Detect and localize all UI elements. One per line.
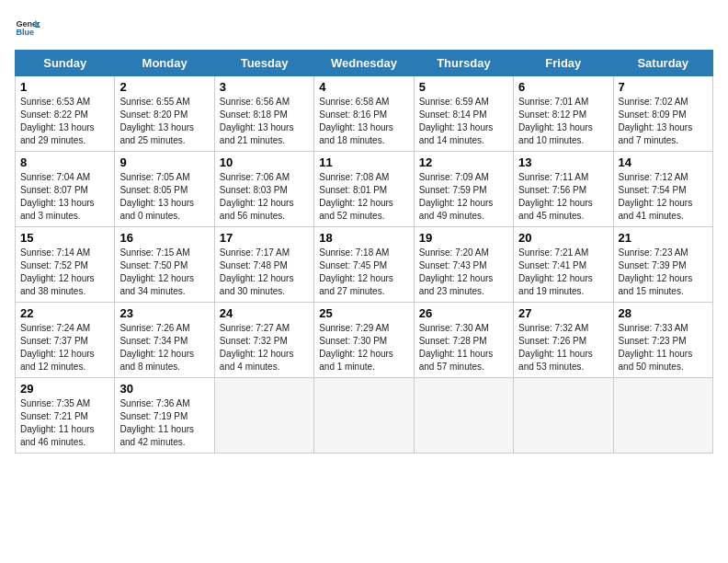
calendar-week-row: 15 Sunrise: 7:14 AMSunset: 7:52 PMDaylig… bbox=[16, 227, 713, 303]
calendar-cell: 18 Sunrise: 7:18 AMSunset: 7:45 PMDaylig… bbox=[314, 227, 414, 303]
calendar-cell: 15 Sunrise: 7:14 AMSunset: 7:52 PMDaylig… bbox=[16, 227, 115, 303]
weekday-header-row: SundayMondayTuesdayWednesdayThursdayFrid… bbox=[16, 51, 713, 76]
day-info: Sunrise: 6:56 AMSunset: 8:18 PMDaylight:… bbox=[220, 96, 309, 147]
day-info: Sunrise: 7:30 AMSunset: 7:28 PMDaylight:… bbox=[419, 322, 508, 373]
day-info: Sunrise: 7:29 AMSunset: 7:30 PMDaylight:… bbox=[319, 322, 408, 373]
calendar-cell: 8 Sunrise: 7:04 AMSunset: 8:07 PMDayligh… bbox=[16, 152, 115, 227]
weekday-header-saturday: Saturday bbox=[613, 51, 712, 76]
calendar-cell: 13 Sunrise: 7:11 AMSunset: 7:56 PMDaylig… bbox=[514, 152, 613, 227]
calendar-cell bbox=[514, 378, 613, 454]
calendar-cell: 26 Sunrise: 7:30 AMSunset: 7:28 PMDaylig… bbox=[414, 303, 513, 378]
day-info: Sunrise: 7:14 AMSunset: 7:52 PMDaylight:… bbox=[20, 247, 109, 298]
day-info: Sunrise: 7:17 AMSunset: 7:48 PMDaylight:… bbox=[220, 247, 309, 298]
day-info: Sunrise: 7:09 AMSunset: 7:59 PMDaylight:… bbox=[419, 171, 508, 223]
day-number: 30 bbox=[119, 382, 209, 396]
weekday-header-sunday: Sunday bbox=[16, 51, 115, 76]
calendar-cell bbox=[214, 378, 313, 454]
day-number: 14 bbox=[619, 155, 708, 169]
day-info: Sunrise: 7:18 AMSunset: 7:45 PMDaylight:… bbox=[319, 247, 408, 298]
day-number: 4 bbox=[319, 80, 408, 94]
day-info: Sunrise: 7:12 AMSunset: 7:54 PMDaylight:… bbox=[619, 171, 708, 223]
day-number: 15 bbox=[20, 231, 109, 245]
calendar-week-row: 8 Sunrise: 7:04 AMSunset: 8:07 PMDayligh… bbox=[16, 152, 713, 227]
day-info: Sunrise: 6:58 AMSunset: 8:16 PMDaylight:… bbox=[319, 96, 408, 147]
day-number: 13 bbox=[518, 155, 608, 169]
weekday-header-thursday: Thursday bbox=[414, 51, 513, 76]
day-info: Sunrise: 7:32 AMSunset: 7:26 PMDaylight:… bbox=[518, 322, 608, 373]
day-info: Sunrise: 7:04 AMSunset: 8:07 PMDaylight:… bbox=[20, 171, 109, 223]
day-number: 21 bbox=[619, 231, 708, 245]
weekday-header-tuesday: Tuesday bbox=[214, 51, 313, 76]
weekday-header-friday: Friday bbox=[514, 51, 613, 76]
day-info: Sunrise: 7:26 AMSunset: 7:34 PMDaylight:… bbox=[119, 322, 209, 373]
calendar-cell: 2 Sunrise: 6:55 AMSunset: 8:20 PMDayligh… bbox=[115, 76, 214, 152]
day-number: 5 bbox=[419, 80, 508, 94]
calendar-cell: 1 Sunrise: 6:53 AMSunset: 8:22 PMDayligh… bbox=[16, 76, 115, 152]
day-number: 7 bbox=[619, 80, 708, 94]
day-info: Sunrise: 7:01 AMSunset: 8:12 PMDaylight:… bbox=[518, 96, 608, 147]
calendar-cell: 10 Sunrise: 7:06 AMSunset: 8:03 PMDaylig… bbox=[214, 152, 313, 227]
day-info: Sunrise: 7:35 AMSunset: 7:21 PMDaylight:… bbox=[20, 397, 109, 449]
day-info: Sunrise: 7:27 AMSunset: 7:32 PMDaylight:… bbox=[220, 322, 309, 373]
day-number: 20 bbox=[518, 231, 608, 245]
day-number: 29 bbox=[20, 382, 109, 396]
weekday-header-wednesday: Wednesday bbox=[314, 51, 414, 76]
day-info: Sunrise: 6:55 AMSunset: 8:20 PMDaylight:… bbox=[119, 96, 209, 147]
day-info: Sunrise: 7:20 AMSunset: 7:43 PMDaylight:… bbox=[419, 247, 508, 298]
calendar-cell: 27 Sunrise: 7:32 AMSunset: 7:26 PMDaylig… bbox=[514, 303, 613, 378]
day-number: 16 bbox=[119, 231, 209, 245]
calendar-cell: 16 Sunrise: 7:15 AMSunset: 7:50 PMDaylig… bbox=[115, 227, 214, 303]
calendar-cell: 28 Sunrise: 7:33 AMSunset: 7:23 PMDaylig… bbox=[613, 303, 712, 378]
day-number: 22 bbox=[20, 306, 109, 320]
svg-text:Blue: Blue bbox=[16, 28, 34, 37]
day-number: 3 bbox=[220, 80, 309, 94]
day-number: 25 bbox=[319, 306, 408, 320]
day-number: 2 bbox=[119, 80, 209, 94]
calendar-cell: 6 Sunrise: 7:01 AMSunset: 8:12 PMDayligh… bbox=[514, 76, 613, 152]
calendar-cell bbox=[414, 378, 513, 454]
calendar-cell: 21 Sunrise: 7:23 AMSunset: 7:39 PMDaylig… bbox=[613, 227, 712, 303]
calendar-cell: 23 Sunrise: 7:26 AMSunset: 7:34 PMDaylig… bbox=[115, 303, 214, 378]
calendar-week-row: 29 Sunrise: 7:35 AMSunset: 7:21 PMDaylig… bbox=[16, 378, 713, 454]
day-number: 28 bbox=[619, 306, 708, 320]
day-number: 6 bbox=[518, 80, 608, 94]
day-info: Sunrise: 6:59 AMSunset: 8:14 PMDaylight:… bbox=[419, 96, 508, 147]
day-number: 27 bbox=[518, 306, 608, 320]
day-number: 1 bbox=[20, 80, 109, 94]
calendar-cell: 3 Sunrise: 6:56 AMSunset: 8:18 PMDayligh… bbox=[214, 76, 313, 152]
day-number: 23 bbox=[119, 306, 209, 320]
calendar-table: SundayMondayTuesdayWednesdayThursdayFrid… bbox=[15, 50, 713, 454]
day-info: Sunrise: 7:15 AMSunset: 7:50 PMDaylight:… bbox=[119, 247, 209, 298]
day-number: 8 bbox=[20, 155, 109, 169]
calendar-cell: 12 Sunrise: 7:09 AMSunset: 7:59 PMDaylig… bbox=[414, 152, 513, 227]
calendar-cell bbox=[314, 378, 414, 454]
day-number: 26 bbox=[419, 306, 508, 320]
calendar-cell: 24 Sunrise: 7:27 AMSunset: 7:32 PMDaylig… bbox=[214, 303, 313, 378]
day-info: Sunrise: 7:05 AMSunset: 8:05 PMDaylight:… bbox=[119, 171, 209, 223]
calendar-cell: 4 Sunrise: 6:58 AMSunset: 8:16 PMDayligh… bbox=[314, 76, 414, 152]
day-number: 11 bbox=[319, 155, 408, 169]
calendar-week-row: 1 Sunrise: 6:53 AMSunset: 8:22 PMDayligh… bbox=[16, 76, 713, 152]
calendar-cell: 7 Sunrise: 7:02 AMSunset: 8:09 PMDayligh… bbox=[613, 76, 712, 152]
day-info: Sunrise: 7:08 AMSunset: 8:01 PMDaylight:… bbox=[319, 171, 408, 223]
day-info: Sunrise: 7:11 AMSunset: 7:56 PMDaylight:… bbox=[518, 171, 608, 223]
day-number: 19 bbox=[419, 231, 508, 245]
day-info: Sunrise: 7:23 AMSunset: 7:39 PMDaylight:… bbox=[619, 247, 708, 298]
calendar-cell: 9 Sunrise: 7:05 AMSunset: 8:05 PMDayligh… bbox=[115, 152, 214, 227]
calendar-cell: 20 Sunrise: 7:21 AMSunset: 7:41 PMDaylig… bbox=[514, 227, 613, 303]
calendar-cell: 29 Sunrise: 7:35 AMSunset: 7:21 PMDaylig… bbox=[16, 378, 115, 454]
calendar-cell: 25 Sunrise: 7:29 AMSunset: 7:30 PMDaylig… bbox=[314, 303, 414, 378]
day-number: 24 bbox=[220, 306, 309, 320]
page-header: General Blue bbox=[15, 15, 713, 40]
calendar-cell: 22 Sunrise: 7:24 AMSunset: 7:37 PMDaylig… bbox=[16, 303, 115, 378]
calendar-week-row: 22 Sunrise: 7:24 AMSunset: 7:37 PMDaylig… bbox=[16, 303, 713, 378]
day-number: 12 bbox=[419, 155, 508, 169]
calendar-cell: 30 Sunrise: 7:36 AMSunset: 7:19 PMDaylig… bbox=[115, 378, 214, 454]
day-number: 10 bbox=[220, 155, 309, 169]
logo: General Blue bbox=[15, 15, 40, 40]
calendar-cell: 11 Sunrise: 7:08 AMSunset: 8:01 PMDaylig… bbox=[314, 152, 414, 227]
weekday-header-monday: Monday bbox=[115, 51, 214, 76]
calendar-cell: 14 Sunrise: 7:12 AMSunset: 7:54 PMDaylig… bbox=[613, 152, 712, 227]
day-info: Sunrise: 7:06 AMSunset: 8:03 PMDaylight:… bbox=[220, 171, 309, 223]
calendar-cell: 17 Sunrise: 7:17 AMSunset: 7:48 PMDaylig… bbox=[214, 227, 313, 303]
